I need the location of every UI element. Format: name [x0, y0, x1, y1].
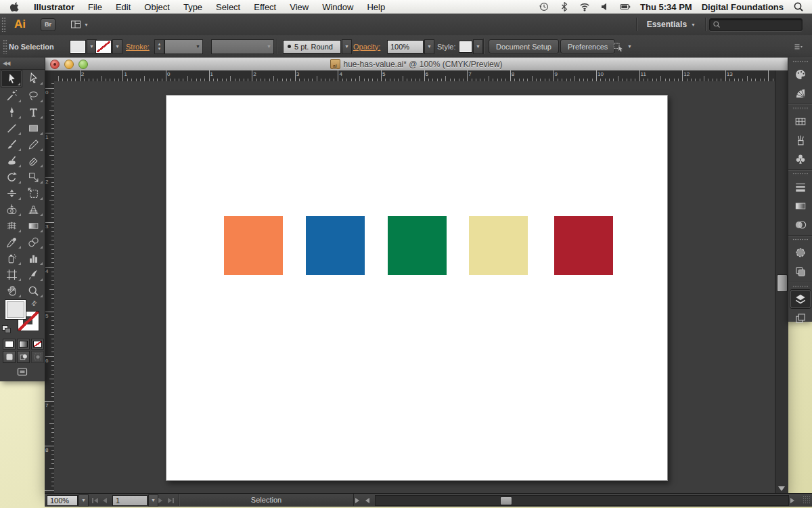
menu-item-illustrator[interactable]: Illustrator — [27, 2, 81, 12]
previous-artboard-button[interactable] — [103, 494, 107, 507]
vertical-scrollbar[interactable] — [775, 70, 788, 493]
volume-icon[interactable] — [600, 1, 610, 12]
tools-palette-header[interactable]: ◀◀ — [0, 58, 45, 70]
dock-brushes-panel-button[interactable] — [790, 131, 811, 149]
zoom-window-button[interactable] — [78, 60, 88, 69]
tool-type-tool[interactable] — [22, 104, 44, 120]
tool-hand-tool[interactable] — [1, 282, 22, 299]
dock-grip[interactable] — [788, 236, 812, 242]
scroll-right-arrow[interactable] — [790, 494, 794, 507]
brush-definition-select[interactable]: 5 pt. Round — [283, 40, 341, 54]
tool-rotate-tool[interactable] — [1, 169, 22, 185]
tool-scale-tool[interactable] — [22, 169, 44, 185]
dock-transparency-panel-button[interactable] — [790, 215, 811, 234]
fill-color-swatch[interactable] — [70, 40, 86, 54]
last-artboard-button[interactable] — [168, 494, 174, 507]
color-mode-button[interactable] — [3, 339, 16, 350]
menu-bar-clock[interactable]: Thu 5:34 PM — [640, 2, 692, 12]
stroke-color-swatch[interactable] — [95, 40, 112, 54]
dock-grip[interactable] — [788, 282, 812, 289]
menu-bar-user-name[interactable]: Digital Foundations — [702, 2, 784, 12]
apple-menu-icon[interactable] — [9, 1, 20, 12]
dock-grip[interactable] — [788, 170, 812, 177]
dock-artboards-panel-button[interactable] — [790, 309, 811, 327]
stroke-panel-link[interactable]: Stroke: — [126, 35, 150, 58]
canvas-pasteboard[interactable] — [54, 81, 775, 493]
close-window-button[interactable] — [50, 60, 60, 69]
dock-grip[interactable] — [788, 58, 812, 64]
menu-item-select[interactable]: Select — [209, 2, 247, 12]
select-similar-icon[interactable] — [613, 41, 624, 52]
stroke-weight-stepper[interactable]: ▲▼ — [154, 39, 164, 54]
tool-blob-brush-tool[interactable] — [1, 152, 22, 169]
stroke-weight-select[interactable]: ▼ — [164, 39, 203, 54]
wifi-icon[interactable] — [579, 1, 590, 12]
status-display-area[interactable]: Selection — [179, 494, 354, 506]
tool-magic-wand-tool[interactable] — [1, 87, 22, 104]
tool-paintbrush-tool[interactable] — [1, 136, 22, 152]
first-artboard-button[interactable] — [92, 494, 98, 507]
tool-gradient-tool[interactable] — [22, 217, 44, 234]
scroll-down-arrow[interactable] — [778, 486, 785, 491]
zoom-level-input[interactable]: 100% — [47, 495, 78, 506]
stroke-profile-select[interactable]: ▼ — [211, 39, 274, 54]
tool-perspective-grid-tool[interactable] — [22, 201, 44, 217]
menu-item-effect[interactable]: Effect — [247, 2, 283, 12]
minimize-window-button[interactable] — [64, 60, 74, 69]
workspace-switcher[interactable]: Essentials ▼ — [647, 20, 696, 29]
tool-direct-selection-tool[interactable] — [22, 70, 44, 86]
gradient-mode-button[interactable] — [17, 339, 30, 350]
tool-blend-tool[interactable] — [22, 234, 44, 250]
style-dropdown[interactable]: ▼ — [473, 39, 483, 54]
document-setup-button[interactable]: Document Setup — [489, 39, 559, 54]
dock-layers-panel-button[interactable] — [790, 290, 811, 308]
artboard[interactable] — [166, 95, 668, 481]
scroll-left-arrow[interactable] — [365, 494, 369, 507]
blue-square[interactable] — [306, 216, 365, 275]
dock-gradient-panel-button[interactable] — [790, 196, 811, 215]
vertical-scrollbar-thumb[interactable] — [777, 274, 788, 292]
status-options-arrow[interactable] — [355, 494, 359, 507]
document-title-bar[interactable]: ai hue-has-value.ai* @ 100% (CMYK/Previe… — [45, 58, 788, 71]
brush-definition-dropdown[interactable]: ▼ — [342, 39, 352, 54]
dock-swatches-panel-button[interactable] — [790, 112, 811, 130]
tool-selection-tool[interactable] — [1, 70, 22, 87]
none-mode-button[interactable] — [31, 339, 44, 350]
tool-zoom-tool[interactable] — [22, 282, 44, 299]
go-to-bridge-button[interactable]: Br — [41, 18, 55, 31]
menu-item-help[interactable]: Help — [360, 2, 392, 12]
bluetooth-icon[interactable] — [559, 1, 570, 12]
tool-width-tool[interactable] — [1, 185, 22, 201]
window-resize-grip[interactable] — [803, 496, 811, 505]
horizontal-scrollbar[interactable] — [375, 495, 789, 506]
tool-artboard-tool[interactable] — [1, 266, 22, 282]
dock-symbols-panel-button[interactable] — [790, 150, 811, 168]
opacity-input[interactable]: 100% — [387, 40, 424, 54]
change-screen-mode-button[interactable] — [14, 366, 30, 377]
orange-square[interactable] — [224, 216, 283, 275]
tool-pencil-tool[interactable] — [22, 136, 44, 152]
draw-inside-button[interactable] — [31, 351, 44, 363]
menu-item-edit[interactable]: Edit — [109, 2, 137, 12]
artboard-number-input[interactable]: 1 — [112, 495, 148, 506]
red-square[interactable] — [554, 216, 613, 275]
vertical-ruler[interactable]: 012345678 — [45, 81, 55, 493]
spotlight-icon[interactable] — [793, 1, 804, 12]
tool-slice-tool[interactable] — [22, 266, 44, 282]
ruler-origin-corner[interactable] — [45, 70, 55, 82]
tool-symbol-sprayer-tool[interactable] — [1, 250, 22, 266]
opacity-panel-link[interactable]: Opacity: — [353, 35, 380, 58]
tool-line-segment-tool[interactable] — [1, 120, 22, 136]
menu-item-view[interactable]: View — [283, 2, 315, 12]
tool-pen-tool[interactable] — [1, 104, 22, 120]
horizontal-ruler[interactable]: 21012345678910111213 — [54, 70, 775, 82]
tool-shape-builder-tool[interactable] — [1, 201, 22, 217]
tool-rectangle-tool[interactable] — [22, 120, 44, 136]
time-machine-icon[interactable] — [539, 1, 549, 12]
menu-item-file[interactable]: File — [81, 2, 109, 12]
menu-item-window[interactable]: Window — [315, 2, 360, 12]
horizontal-scrollbar-thumb[interactable] — [500, 496, 512, 505]
arrange-documents-button[interactable]: ▼ — [70, 19, 89, 30]
dock-color-panel-button[interactable] — [790, 65, 811, 83]
menu-item-type[interactable]: Type — [177, 2, 209, 12]
